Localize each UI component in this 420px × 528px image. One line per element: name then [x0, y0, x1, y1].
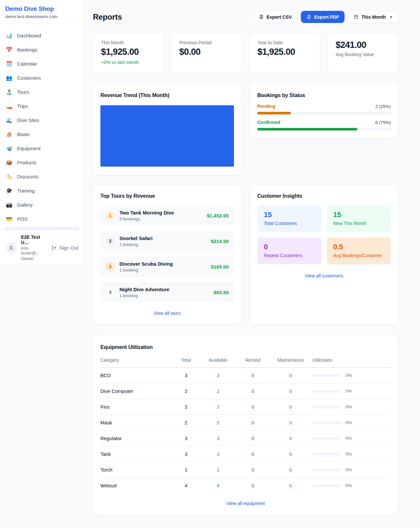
- stat-label: Avg Booking Value: [336, 52, 390, 57]
- sidebar-item-label: Dive Sites: [17, 117, 39, 123]
- tour-amount: $165.00: [211, 264, 229, 270]
- sidebar-item-label: Tours: [17, 89, 29, 95]
- column-header-available: Available: [199, 354, 237, 368]
- sidebar-item-training[interactable]: 🎓Training: [0, 184, 84, 198]
- tour-row: 4 Night Dive Adventure 1 booking $93.50: [100, 282, 234, 302]
- cell-maintenance: 0: [269, 368, 312, 383]
- cell-total: 2: [173, 383, 199, 399]
- tour-row: 3 Discover Scuba Diving 1 booking $165.0…: [100, 256, 234, 277]
- sidebar-item-boats[interactable]: ⛵Boats: [0, 127, 84, 141]
- bookings-by-status-title: Bookings by Status: [257, 92, 391, 98]
- sidebar-item-bookings[interactable]: 📅Bookings: [0, 43, 84, 57]
- sidebar-item-label: Products: [17, 160, 36, 165]
- cell-total: 2: [173, 415, 199, 431]
- sidebar-item-trips[interactable]: 🚤Trips: [0, 99, 84, 113]
- cell-rented: 0: [237, 478, 269, 494]
- avatar: [5, 242, 17, 254]
- sidebar-item-customers[interactable]: 👥Customers: [0, 71, 84, 85]
- utilization-label: 0%: [346, 420, 352, 425]
- utilization-track: [312, 437, 341, 440]
- column-header-maintenance: Maintenance: [269, 354, 312, 368]
- cell-available: 3: [199, 431, 237, 446]
- insight-tile-repeat-customers: 0 Repeat Customers: [257, 237, 322, 264]
- stat-value: $1,925.00: [258, 47, 312, 57]
- column-header-total: Total: [173, 354, 199, 368]
- cell-total: 2: [173, 399, 199, 415]
- user-name: E2E Test U...: [21, 234, 48, 245]
- row-tours-insights: Top Tours by Revenue 1 Two Tank Morning …: [93, 184, 398, 324]
- sign-out-icon: [52, 245, 57, 251]
- cell-total: 4: [173, 478, 199, 494]
- table-row: Mask 2 2 0 0 0%: [100, 415, 391, 431]
- utilization-label: 0%: [346, 452, 352, 457]
- insight-grid: 15 Total Customers 15 New This Month 0 R…: [257, 205, 391, 264]
- stat-value: $0.00: [179, 47, 234, 57]
- equipment-utilization-title: Equipment Utilization: [100, 344, 391, 350]
- revenue-trend-card: Revenue Trend (This Month): [93, 84, 242, 175]
- column-header-category: Category: [100, 354, 173, 368]
- cell-rented: 0: [237, 431, 269, 446]
- tour-bookings: 1 booking: [119, 293, 169, 298]
- utilization-label: 0%: [346, 373, 352, 378]
- sidebar-item-discounts[interactable]: 🏷️Discounts: [0, 170, 84, 184]
- tour-amount: $1,452.00: [207, 213, 229, 218]
- graduation-cap-icon: 🎓: [6, 188, 12, 193]
- stat-value: $241.00: [336, 40, 390, 50]
- period-dropdown[interactable]: This Month ▼: [348, 11, 398, 23]
- view-all-equipment-link[interactable]: View all equipment: [226, 501, 265, 506]
- export-csv-label: Export CSV: [266, 14, 292, 20]
- cell-total: 3: [173, 446, 199, 462]
- insight-value: 0: [264, 243, 315, 251]
- file-download-icon: [306, 14, 311, 19]
- rank-badge: 2: [106, 236, 115, 246]
- tour-title: Discover Scuba Diving: [119, 261, 173, 267]
- chevron-down-icon: ▼: [389, 15, 393, 19]
- tour-row: 2 Snorkel Safari 1 booking $214.50: [100, 231, 234, 251]
- sailboat-icon: ⛵: [6, 132, 12, 137]
- cell-category: Regulator: [100, 431, 173, 446]
- sidebar-item-tours[interactable]: 🏝️Tours: [0, 85, 84, 99]
- sign-out-button[interactable]: Sign Out: [52, 245, 78, 251]
- sidebar-nav: 📊Dashboard 📅Bookings 🗓️Calendar 👥Custome…: [0, 24, 84, 230]
- sidebar-item-products[interactable]: 📦Products: [0, 155, 84, 170]
- equipment-table: Category Total Available Rented Maintena…: [100, 354, 391, 493]
- utilization-track: [312, 484, 341, 487]
- sidebar-item-equipment[interactable]: 🤿Equipment: [0, 141, 84, 155]
- utilization-track: [312, 390, 341, 393]
- sidebar-item-pos[interactable]: 💳POS: [0, 212, 84, 226]
- equipment-utilization-card: Equipment Utilization Category Total Ava…: [93, 335, 398, 515]
- user-email: e2e-tester@...: [21, 246, 48, 255]
- cell-maintenance: 0: [269, 462, 312, 478]
- file-download-icon: [259, 14, 264, 19]
- insight-tile-new-this-month: 15 New This Month: [327, 205, 391, 232]
- sidebar-item-reports-partial[interactable]: [4, 227, 80, 230]
- insight-value: 15: [264, 211, 315, 219]
- rank-badge: 4: [106, 288, 115, 297]
- sidebar-item-dashboard[interactable]: 📊Dashboard: [0, 29, 84, 43]
- view-all-customers-link[interactable]: View all customers: [305, 273, 343, 278]
- sidebar-item-gallery[interactable]: 📸Gallery: [0, 198, 84, 212]
- cell-utilization: 0%: [312, 404, 391, 409]
- sidebar-item-dive-sites[interactable]: 🌊Dive Sites: [0, 113, 84, 127]
- cell-category: Fins: [100, 399, 173, 415]
- shop-header: Demo Dive Shop demo.test.divestreams.com: [0, 0, 84, 24]
- tour-bookings: 5 bookings: [119, 216, 174, 221]
- utilization-label: 0%: [346, 467, 352, 472]
- sidebar-item-label: Equipment: [17, 146, 41, 151]
- sidebar-item-calendar[interactable]: 🗓️Calendar: [0, 57, 84, 71]
- view-all-tours-link[interactable]: View all tours: [154, 311, 181, 316]
- revenue-trend-title: Revenue Trend (This Month): [100, 92, 234, 98]
- calendar-icon: [354, 14, 359, 19]
- sidebar-item-label: Dashboard: [17, 33, 41, 38]
- stat-delta: +0% vs last month: [101, 60, 156, 65]
- export-csv-button[interactable]: Export CSV: [253, 11, 297, 23]
- stat-card-year-to-date: Year to Date $1,925.00: [249, 33, 320, 73]
- cell-utilization: 0%: [312, 373, 391, 378]
- export-pdf-button[interactable]: Export PDF: [301, 11, 345, 23]
- stat-card-avg-booking-value: $241.00 Avg Booking Value: [327, 33, 398, 73]
- cell-rented: 0: [237, 399, 269, 415]
- status-label: Confirmed: [257, 120, 280, 125]
- main-content: Reports Export CSV Export PDF This Month…: [84, 0, 420, 528]
- cell-rented: 0: [237, 462, 269, 478]
- status-row-pending: Pending 2 (25%): [257, 104, 391, 114]
